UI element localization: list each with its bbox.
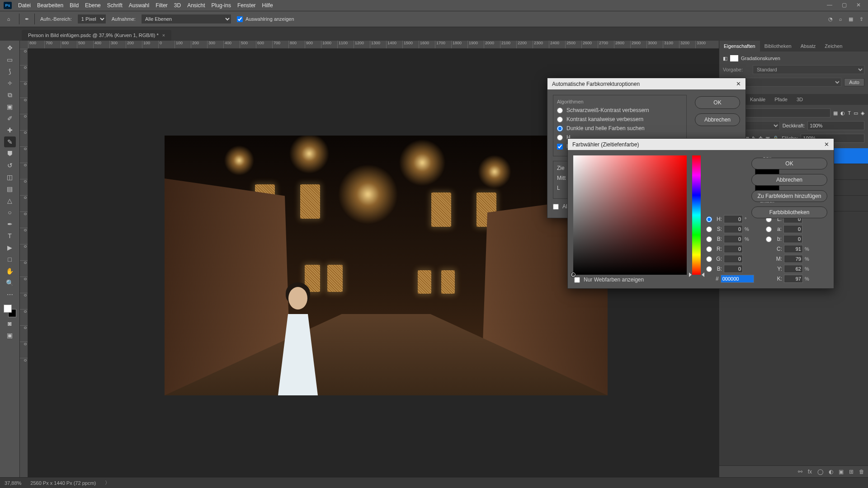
r-value-row[interactable]: R: [706, 245, 760, 253]
dialog-titlebar[interactable]: Farbwähler (Zieltiefenfarbe) ✕ [568, 139, 834, 150]
delete-layer-icon[interactable]: 🗑 [859, 469, 864, 475]
menu-filter[interactable]: Filter [156, 2, 168, 9]
filter-type-icon[interactable]: T [848, 110, 851, 116]
b-hsb-value-row[interactable]: B:% [706, 235, 760, 243]
algo-bw-contrast-radio[interactable]: Schwarzweiß-Kontrast verbessern [557, 107, 683, 113]
b-rgb-value-row[interactable]: B: [706, 265, 760, 273]
eraser-tool[interactable]: ◫ [4, 172, 16, 183]
menu-help[interactable]: Hilfe [262, 2, 273, 9]
show-selection-checkbox[interactable]: Auswahlring anzeigen [237, 16, 294, 22]
color-libraries-button[interactable]: Farbbibliotheken [751, 206, 827, 218]
rectangle-tool[interactable]: □ [4, 254, 16, 265]
ruler-horizontal[interactable]: 8007006005004003002001000100200300400500… [28, 41, 719, 49]
menu-select[interactable]: Auswahl [129, 2, 149, 9]
b-lab-value-row[interactable]: b: [766, 235, 820, 243]
filter-adjust-icon[interactable]: ◐ [840, 110, 845, 116]
stamp-tool[interactable]: ⛊ [4, 148, 16, 159]
adjustment-layer-icon[interactable]: ◐ [829, 469, 833, 475]
close-icon[interactable]: ✕ [824, 141, 829, 148]
preset-select[interactable]: Standard [753, 65, 864, 74]
minimize-icon[interactable]: — [826, 2, 833, 8]
tab-character[interactable]: Zeichen [820, 41, 847, 52]
type-tool[interactable]: T [4, 230, 16, 241]
link-layers-icon[interactable]: ⚯ [798, 469, 802, 475]
close-icon[interactable]: ✕ [736, 80, 741, 87]
opacity-input[interactable] [807, 121, 864, 130]
filter-image-icon[interactable]: ▦ [833, 110, 838, 116]
search-icon[interactable]: ⌕ [839, 16, 842, 22]
b-hsb-input[interactable] [724, 235, 743, 243]
a-input[interactable] [783, 225, 802, 233]
dialog-titlebar[interactable]: Automatische Farbkorrekturoptionen ✕ [547, 78, 745, 89]
maximize-icon[interactable]: ▢ [841, 2, 847, 8]
close-icon[interactable]: × [162, 33, 165, 38]
tab-paragraph[interactable]: Absatz [796, 41, 821, 52]
color-swatches[interactable] [4, 305, 16, 317]
lasso-tool[interactable]: ⟆ [4, 66, 16, 77]
healing-tool[interactable]: ✚ [4, 125, 16, 136]
g-value-row[interactable]: G: [706, 255, 760, 263]
layer-mask-icon[interactable]: ◯ [817, 469, 823, 475]
ok-button[interactable]: OK [695, 96, 740, 109]
sample-size-select[interactable]: 1 Pixel [77, 14, 106, 24]
algo-find-dark-light-radio[interactable]: Dunkle und helle Farben suchen [557, 125, 683, 131]
menu-image[interactable]: Bild [70, 2, 79, 9]
dodge-tool[interactable]: ○ [4, 207, 16, 218]
menu-layer[interactable]: Ebene [85, 2, 101, 9]
a-value-row[interactable]: a: [766, 225, 820, 233]
magic-wand-tool[interactable]: ✧ [4, 78, 16, 89]
add-swatch-button[interactable]: Zu Farbfeldern hinzufügen [751, 190, 827, 202]
path-select-tool[interactable]: ▶ [4, 242, 16, 253]
h-input[interactable] [724, 215, 743, 223]
b-rgb-input[interactable] [724, 265, 743, 273]
quickmask-tool[interactable]: ◙ [4, 318, 16, 329]
brush-tool[interactable]: ✎ [4, 136, 16, 147]
m-input[interactable] [784, 255, 803, 263]
marquee-tool[interactable]: ▭ [4, 54, 16, 65]
blur-tool[interactable]: △ [4, 195, 16, 206]
menu-edit[interactable]: Bearbeiten [37, 2, 63, 9]
filter-smart-icon[interactable]: ◈ [861, 110, 864, 116]
group-icon[interactable]: ▣ [839, 469, 844, 475]
algo-per-channel-radio[interactable]: Kontrast kanalweise verbessern [557, 116, 683, 122]
home-icon[interactable]: ⌂ [4, 14, 14, 24]
share-icon[interactable]: ⇪ [859, 16, 863, 22]
zoom-tool[interactable]: 🔍 [4, 277, 16, 288]
r-input[interactable] [724, 245, 743, 253]
layer-fx-icon[interactable]: fx [808, 469, 812, 475]
cloud-icon[interactable]: ◔ [828, 16, 833, 22]
crop-tool[interactable]: ⧉ [4, 89, 16, 100]
move-tool[interactable]: ✥ [4, 42, 16, 53]
status-more-icon[interactable]: 〉 [105, 479, 110, 486]
tab-3d[interactable]: 3D [792, 94, 807, 105]
menu-plugins[interactable]: Plug-ins [212, 2, 231, 9]
web-colors-only-checkbox[interactable]: Nur Webfarben anzeigen [574, 277, 840, 283]
close-icon[interactable]: ✕ [855, 2, 862, 8]
y-input[interactable] [784, 265, 803, 273]
eyedropper-tool[interactable]: ✐ [4, 113, 16, 124]
c-input[interactable] [784, 245, 803, 253]
menu-file[interactable]: Datei [18, 2, 31, 9]
tab-paths[interactable]: Pfade [770, 94, 792, 105]
sample-layer-select[interactable]: Alle Ebenen [141, 14, 231, 24]
channel-select[interactable]: RGB [730, 78, 841, 87]
new-layer-icon[interactable]: ⊞ [849, 469, 854, 475]
b-lab-input[interactable] [783, 235, 802, 243]
history-brush-tool[interactable]: ↺ [4, 160, 16, 171]
auto-button[interactable]: Auto [844, 78, 864, 86]
s-input[interactable] [724, 225, 743, 233]
menu-3d[interactable]: 3D [174, 2, 181, 9]
filter-shape-icon[interactable]: ▭ [854, 110, 858, 116]
document-dimensions[interactable]: 2560 Px x 1440 Px (72 ppcm) [30, 480, 96, 486]
pen-tool[interactable]: ✒ [4, 219, 16, 230]
workspace-icon[interactable]: ▦ [849, 16, 853, 22]
ruler-origin[interactable] [20, 41, 28, 49]
screenmode-tool[interactable]: ▣ [4, 330, 16, 341]
saturation-value-field[interactable] [573, 155, 687, 275]
hue-slider[interactable] [692, 155, 701, 275]
frame-tool[interactable]: ▣ [4, 101, 16, 112]
g-input[interactable] [724, 255, 743, 263]
cancel-button[interactable]: Abbrechen [695, 113, 740, 126]
edit-toolbar[interactable]: ⋯ [4, 289, 16, 300]
gradient-tool[interactable]: ▤ [4, 183, 16, 194]
